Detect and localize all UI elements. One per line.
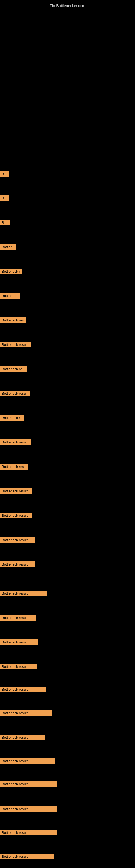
bottleneck-result-bar[interactable]: Bottleneck resul [0, 391, 30, 396]
bottleneck-result-bar[interactable]: Bottleneck result [0, 639, 38, 645]
list-item: Bottleneck result [0, 537, 35, 544]
list-item: Bottleneck result [0, 710, 52, 717]
list-item: Bottleneck res [0, 464, 28, 471]
bottleneck-result-bar[interactable]: Bottlenec [0, 293, 20, 299]
bottleneck-result-bar[interactable]: Bottleneck result [0, 590, 47, 596]
list-item: Bottleneck result [0, 342, 31, 348]
list-item: Bottleneck res [0, 317, 26, 324]
list-item: Bottleneck result [0, 686, 46, 693]
site-title: TheBottlenecker.com [0, 1, 135, 10]
list-item: Bottleneck result [0, 639, 38, 646]
bottleneck-result-bar[interactable]: Bottleneck result [0, 686, 46, 692]
bottleneck-result-bar[interactable]: Bottleneck res [0, 464, 28, 469]
bottleneck-result-bar[interactable]: Bottleneck r [0, 415, 24, 421]
bottleneck-result-bar[interactable]: Bottleneck result [0, 537, 35, 543]
list-item: B [0, 171, 9, 178]
list-item: Bottleneck result [0, 513, 32, 520]
bottleneck-result-bar[interactable]: Bottleneck result [0, 615, 37, 621]
list-item: Bottleneck result [0, 806, 57, 813]
list-item: Bottleneck result [0, 561, 35, 568]
list-item: Bottleneck result [0, 590, 47, 597]
bottleneck-result-bar[interactable]: Bottleneck result [0, 710, 52, 716]
list-item: Bottleneck result [0, 854, 54, 860]
list-item: B [0, 220, 10, 226]
bottleneck-result-bar[interactable]: Bottleneck result [0, 854, 54, 859]
bottleneck-result-bar[interactable]: B [0, 195, 9, 201]
bottleneck-result-bar[interactable]: Bottleneck res [0, 317, 26, 323]
list-item: Bottlenec [0, 293, 20, 300]
list-item: Bottleneck resul [0, 391, 30, 397]
bottleneck-result-bar[interactable]: Bottleneck result [0, 513, 32, 518]
bottleneck-result-bar[interactable]: Bottleneck result [0, 830, 57, 835]
list-item: B [0, 195, 9, 202]
bottleneck-result-bar[interactable]: Bottleneck result [0, 342, 31, 347]
bottleneck-result-bar[interactable]: B [0, 220, 10, 225]
bottleneck-result-bar[interactable]: Bottleneck result [0, 488, 32, 494]
list-item: Bottleneck result [0, 781, 57, 788]
bottleneck-result-bar[interactable]: Bottleneck result [0, 561, 35, 567]
bottleneck-result-bar[interactable]: Bottleneck result [0, 735, 45, 740]
bottleneck-result-bar[interactable]: Bottleneck result [0, 781, 57, 787]
bottleneck-result-bar[interactable]: B [0, 171, 9, 177]
bottleneck-result-bar[interactable]: Bottleneck result [0, 758, 55, 764]
list-item: Bottleneck result [0, 758, 55, 765]
list-item: Bottleneck r [0, 415, 24, 422]
bottleneck-result-bar[interactable]: Bottleneck result [0, 806, 57, 812]
list-item: Bottleneck result [0, 488, 32, 495]
list-item: Bottleneck r [0, 269, 21, 275]
list-item: Bottleneck result [0, 439, 31, 446]
bottleneck-result-bar[interactable]: Bottlen [0, 244, 16, 250]
list-item: Bottleneck result [0, 615, 37, 622]
list-item: Bottleneck result [0, 664, 37, 671]
list-item: Bottlen [0, 244, 16, 251]
bottleneck-result-bar[interactable]: Bottleneck re [0, 366, 27, 372]
bottleneck-result-bar[interactable]: Bottleneck result [0, 439, 31, 445]
list-item: Bottleneck result [0, 735, 45, 741]
list-item: Bottleneck re [0, 366, 27, 373]
bottleneck-result-bar[interactable]: Bottleneck result [0, 664, 37, 670]
list-item: Bottleneck result [0, 830, 57, 837]
bottleneck-result-bar[interactable]: Bottleneck r [0, 269, 21, 274]
